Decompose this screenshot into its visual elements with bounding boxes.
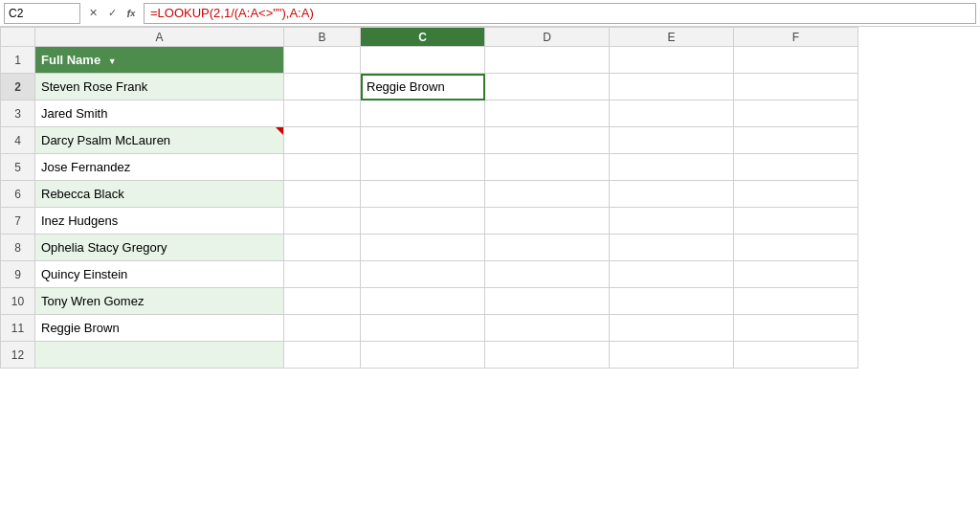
cell-1-A[interactable]: Full Name ▼ xyxy=(35,47,284,74)
cell-7-C[interactable] xyxy=(361,208,485,235)
name-box[interactable]: C2 xyxy=(4,3,80,24)
cell-4-B[interactable] xyxy=(284,127,361,154)
cell-12-A[interactable] xyxy=(35,342,284,369)
cell-10-C[interactable] xyxy=(361,288,485,315)
cell-11-B[interactable] xyxy=(284,315,361,342)
cell-11-D[interactable] xyxy=(485,315,610,342)
cell-8-D[interactable] xyxy=(485,235,610,261)
col-header-b[interactable]: B xyxy=(284,28,361,47)
cell-5-D[interactable] xyxy=(485,154,610,181)
row-header-8[interactable]: 8 xyxy=(1,235,35,261)
formula-content: =LOOKUP(2,1/(A:A<>""),A:A) xyxy=(150,6,314,20)
cell-3-A[interactable]: Jared Smith xyxy=(35,101,284,127)
column-header-row: A B C D E F xyxy=(1,28,858,47)
row-header-9[interactable]: 9 xyxy=(1,261,35,288)
cell-10-E[interactable] xyxy=(610,288,734,315)
cell-8-F[interactable] xyxy=(734,235,858,261)
cell-7-E[interactable] xyxy=(610,208,734,235)
cell-12-B[interactable] xyxy=(284,342,361,369)
row-header-10[interactable]: 10 xyxy=(1,288,35,315)
cell-6-B[interactable] xyxy=(284,181,361,208)
cell-4-A[interactable]: Darcy Psalm McLauren xyxy=(35,127,284,154)
cell-8-C[interactable] xyxy=(361,235,485,261)
cell-6-A[interactable]: Rebecca Black xyxy=(35,181,284,208)
formula-input[interactable]: =LOOKUP(2,1/(A:A<>""),A:A) xyxy=(144,3,976,24)
cell-12-E[interactable] xyxy=(610,342,734,369)
row-header-6[interactable]: 6 xyxy=(1,181,35,208)
fx-icon[interactable]: fx xyxy=(122,5,140,22)
cell-9-E[interactable] xyxy=(610,261,734,288)
row-header-7[interactable]: 7 xyxy=(1,208,35,235)
row-header-11[interactable]: 11 xyxy=(1,315,35,342)
cell-4-E[interactable] xyxy=(610,127,734,154)
cell-5-C[interactable] xyxy=(361,154,485,181)
cell-4-D[interactable] xyxy=(485,127,610,154)
cell-4-F[interactable] xyxy=(734,127,858,154)
col-header-a[interactable]: A xyxy=(35,28,284,47)
cell-1-F[interactable] xyxy=(734,47,858,74)
cell-3-F[interactable] xyxy=(734,101,858,127)
cell-6-C[interactable] xyxy=(361,181,485,208)
cell-1-E[interactable] xyxy=(610,47,734,74)
cell-4-C[interactable] xyxy=(361,127,485,154)
cell-8-B[interactable] xyxy=(284,235,361,261)
cell-5-E[interactable] xyxy=(610,154,734,181)
row-header-1[interactable]: 1 xyxy=(1,47,35,74)
cell-2-C[interactable]: Reggie Brown xyxy=(361,74,485,101)
row-header-3[interactable]: 3 xyxy=(1,101,35,127)
table-row: 4Darcy Psalm McLauren xyxy=(1,127,858,154)
cell-6-E[interactable] xyxy=(610,181,734,208)
col-header-f[interactable]: F xyxy=(734,28,858,47)
col-header-e[interactable]: E xyxy=(610,28,734,47)
cell-9-D[interactable] xyxy=(485,261,610,288)
cell-8-E[interactable] xyxy=(610,235,734,261)
cell-7-F[interactable] xyxy=(734,208,858,235)
cell-1-D[interactable] xyxy=(485,47,610,74)
cell-2-D[interactable] xyxy=(485,74,610,101)
cell-10-F[interactable] xyxy=(734,288,858,315)
row-header-4[interactable]: 4 xyxy=(1,127,35,154)
cell-2-B[interactable] xyxy=(284,74,361,101)
cell-12-D[interactable] xyxy=(485,342,610,369)
dropdown-arrow[interactable]: ▼ xyxy=(108,56,117,66)
cell-11-F[interactable] xyxy=(734,315,858,342)
cell-7-A[interactable]: Inez Hudgens xyxy=(35,208,284,235)
cell-5-F[interactable] xyxy=(734,154,858,181)
cell-8-A[interactable]: Ophelia Stacy Gregory xyxy=(35,235,284,261)
cell-3-B[interactable] xyxy=(284,101,361,127)
cell-2-E[interactable] xyxy=(610,74,734,101)
cell-9-F[interactable] xyxy=(734,261,858,288)
cell-6-F[interactable] xyxy=(734,181,858,208)
cell-9-A[interactable]: Quincy Einstein xyxy=(35,261,284,288)
table-row: 3Jared Smith xyxy=(1,101,858,127)
cell-10-A[interactable]: Tony Wren Gomez xyxy=(35,288,284,315)
cell-6-D[interactable] xyxy=(485,181,610,208)
cell-2-F[interactable] xyxy=(734,74,858,101)
row-header-5[interactable]: 5 xyxy=(1,154,35,181)
confirm-icon[interactable]: ✓ xyxy=(103,5,121,22)
cell-12-C[interactable] xyxy=(361,342,485,369)
cell-7-B[interactable] xyxy=(284,208,361,235)
cell-10-D[interactable] xyxy=(485,288,610,315)
row-header-12[interactable]: 12 xyxy=(1,342,35,369)
cell-5-B[interactable] xyxy=(284,154,361,181)
cell-9-C[interactable] xyxy=(361,261,485,288)
row-header-2[interactable]: 2 xyxy=(1,74,35,101)
cell-1-C[interactable] xyxy=(361,47,485,74)
cell-3-D[interactable] xyxy=(485,101,610,127)
cell-12-F[interactable] xyxy=(734,342,858,369)
col-header-d[interactable]: D xyxy=(485,28,610,47)
cancel-icon[interactable]: ✕ xyxy=(84,5,101,22)
cell-1-B[interactable] xyxy=(284,47,361,74)
col-header-c[interactable]: C xyxy=(361,28,485,47)
cell-9-B[interactable] xyxy=(284,261,361,288)
cell-11-C[interactable] xyxy=(361,315,485,342)
cell-7-D[interactable] xyxy=(485,208,610,235)
cell-10-B[interactable] xyxy=(284,288,361,315)
cell-2-A[interactable]: Steven Rose Frank xyxy=(35,74,284,101)
cell-3-E[interactable] xyxy=(610,101,734,127)
cell-3-C[interactable] xyxy=(361,101,485,127)
cell-11-A[interactable]: Reggie Brown xyxy=(35,315,284,342)
cell-11-E[interactable] xyxy=(610,315,734,342)
cell-5-A[interactable]: Jose Fernandez xyxy=(35,154,284,181)
